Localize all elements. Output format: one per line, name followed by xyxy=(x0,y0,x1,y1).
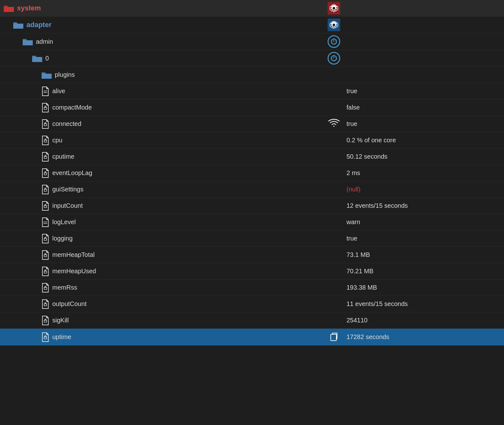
file-lock-icon xyxy=(41,266,50,276)
row-right-memHeapTotal: 73.1 MB xyxy=(346,251,504,258)
wifi-icon xyxy=(328,118,340,130)
value-sigKill: 254110 xyxy=(346,317,368,324)
power-icon[interactable] xyxy=(328,35,340,48)
power-icon[interactable] xyxy=(328,52,340,65)
tree-row-eventLoopLag[interactable]: eventLoopLag2 ms xyxy=(0,165,504,181)
label-zero: 0 xyxy=(45,55,49,62)
folder-icon xyxy=(32,54,43,63)
tree-row-guiSettings[interactable]: guiSettings(null) xyxy=(0,181,504,198)
tree-row-alive[interactable]: alivetrue xyxy=(0,83,504,99)
row-left-guiSettings: guiSettings xyxy=(0,184,321,195)
value-cputime: 50.12 seconds xyxy=(346,153,387,160)
file-lock-icon xyxy=(41,299,50,309)
label-admin: admin xyxy=(36,38,53,45)
row-middle-uptime xyxy=(321,331,346,343)
label-memHeapUsed: memHeapUsed xyxy=(52,268,96,275)
blue-gear-icon[interactable] xyxy=(328,19,340,31)
row-left-alive: alive xyxy=(0,86,321,96)
svg-rect-20 xyxy=(44,255,47,257)
svg-rect-14 xyxy=(44,173,47,175)
label-connected: connected xyxy=(52,120,81,128)
row-left-cputime: cputime xyxy=(0,152,321,162)
file-lock-icon xyxy=(41,119,50,129)
row-left-memRss: memRss xyxy=(0,283,321,293)
svg-rect-25 xyxy=(44,337,47,339)
file-lock-icon xyxy=(41,283,50,293)
tree-row-logLevel[interactable]: logLevelwarn xyxy=(0,214,504,230)
file-lock-icon xyxy=(41,250,50,260)
folder-icon xyxy=(3,4,14,13)
tree-row-outputCount[interactable]: outputCount11 events/15 seconds xyxy=(0,296,504,312)
file-lock-icon xyxy=(41,152,50,162)
tree-row-system[interactable]: system xyxy=(0,0,504,17)
label-adapter: adapter xyxy=(26,21,51,29)
file-icon xyxy=(41,86,50,96)
file-lock-icon xyxy=(41,234,50,244)
tree-row-memHeapTotal[interactable]: memHeapTotal73.1 MB xyxy=(0,247,504,263)
svg-rect-22 xyxy=(44,287,47,290)
label-uptime: uptime xyxy=(52,333,71,341)
folder-icon xyxy=(22,37,33,46)
row-left-zero: 0 xyxy=(0,54,321,63)
row-right-logLevel: warn xyxy=(346,218,504,226)
tree-row-zero[interactable]: 0 xyxy=(0,50,504,67)
value-eventLoopLag: 2 ms xyxy=(346,169,360,177)
row-middle-zero xyxy=(321,52,346,65)
tree-row-cpu[interactable]: cpu0.2 % of one core xyxy=(0,132,504,149)
value-logLevel: warn xyxy=(346,218,360,226)
value-memHeapTotal: 73.1 MB xyxy=(346,251,370,258)
label-logLevel: logLevel xyxy=(52,218,76,226)
row-right-memHeapUsed: 70.21 MB xyxy=(346,268,504,275)
row-left-uptime: uptime xyxy=(0,332,321,342)
row-left-compactMode: compactMode xyxy=(0,103,321,113)
value-guiSettings: (null) xyxy=(346,186,360,193)
file-icon xyxy=(41,217,50,227)
tree-row-admin[interactable]: admin xyxy=(0,33,504,50)
label-cputime: cputime xyxy=(52,153,74,160)
svg-rect-21 xyxy=(44,271,47,273)
svg-rect-11 xyxy=(44,124,47,126)
tree-row-memHeapUsed[interactable]: memHeapUsed70.21 MB xyxy=(0,263,504,280)
label-guiSettings: guiSettings xyxy=(52,186,83,193)
row-left-outputCount: outputCount xyxy=(0,299,321,309)
folder-icon xyxy=(41,71,52,79)
file-lock-icon xyxy=(41,201,50,211)
value-inputCount: 12 events/15 seconds xyxy=(346,202,408,209)
tree-row-sigKill[interactable]: sigKill254110 xyxy=(0,312,504,329)
row-right-cputime: 50.12 seconds xyxy=(346,153,504,160)
tree-row-compactMode[interactable]: compactModefalse xyxy=(0,99,504,116)
file-lock-icon xyxy=(41,315,50,326)
row-left-sigKill: sigKill xyxy=(0,315,321,326)
red-gear-icon[interactable] xyxy=(328,2,340,14)
row-left-inputCount: inputCount xyxy=(0,201,321,211)
row-left-cpu: cpu xyxy=(0,135,321,145)
label-memHeapTotal: memHeapTotal xyxy=(52,251,95,258)
svg-rect-23 xyxy=(44,304,47,306)
row-middle-adapter xyxy=(321,19,346,31)
tree-row-plugins[interactable]: plugins xyxy=(0,67,504,83)
tree-row-logging[interactable]: loggingtrue xyxy=(0,230,504,247)
tree-row-cputime[interactable]: cputime50.12 seconds xyxy=(0,149,504,165)
svg-point-1 xyxy=(333,7,335,9)
row-right-compactMode: false xyxy=(346,104,504,111)
svg-rect-15 xyxy=(44,189,47,191)
row-left-memHeapTotal: memHeapTotal xyxy=(0,250,321,260)
value-connected: true xyxy=(346,120,357,128)
row-right-sigKill: 254110 xyxy=(346,317,504,324)
svg-rect-24 xyxy=(44,320,47,322)
svg-rect-26 xyxy=(331,334,336,341)
tree-row-memRss[interactable]: memRss193.38 MB xyxy=(0,280,504,296)
label-plugins: plugins xyxy=(55,71,75,78)
value-cpu: 0.2 % of one core xyxy=(346,137,396,144)
tree-row-adapter[interactable]: adapter xyxy=(0,17,504,33)
tree-row-connected[interactable]: connected true xyxy=(0,116,504,132)
copy-icon[interactable] xyxy=(328,331,340,343)
tree-row-inputCount[interactable]: inputCount12 events/15 seconds xyxy=(0,198,504,214)
row-right-cpu: 0.2 % of one core xyxy=(346,137,504,144)
row-left-system: system xyxy=(0,4,321,13)
row-right-memRss: 193.38 MB xyxy=(346,284,504,291)
tree-row-uptime[interactable]: uptime 17282 seconds xyxy=(0,329,504,346)
label-memRss: memRss xyxy=(52,284,77,291)
row-left-logLevel: logLevel xyxy=(0,217,321,227)
label-cpu: cpu xyxy=(52,137,62,144)
